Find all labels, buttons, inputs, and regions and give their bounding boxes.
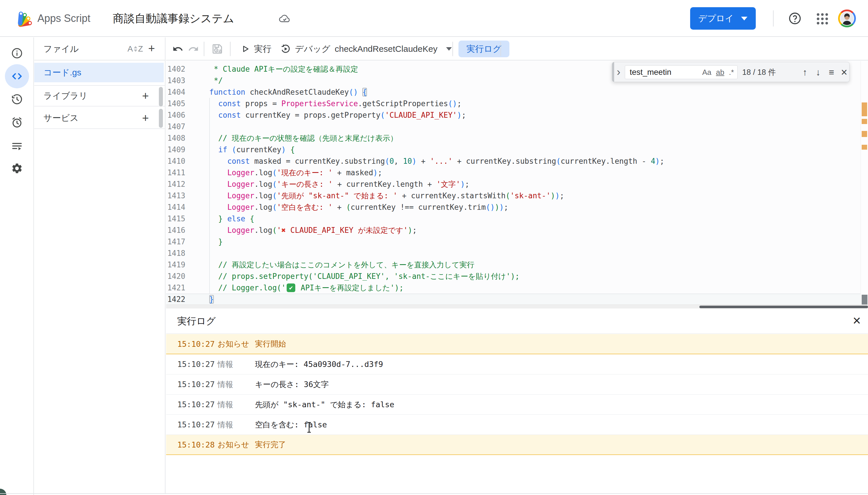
find-previous-icon[interactable]: ↑ xyxy=(799,62,811,82)
line-number[interactable]: 1401 xyxy=(166,61,195,63)
code-line-1410[interactable]: 1410 const masked = currentKey.substring… xyxy=(166,155,861,167)
line-number[interactable]: 1421 xyxy=(166,282,195,293)
line-number[interactable]: 1411 xyxy=(166,167,195,178)
find-query-text[interactable]: test_meetin xyxy=(630,68,702,77)
line-number[interactable]: 1418 xyxy=(166,248,195,259)
vertical-scrollbar-thumb[interactable] xyxy=(862,295,867,306)
line-number[interactable]: 1417 xyxy=(166,236,195,248)
project-title[interactable]: 商談自動議事録システム xyxy=(113,0,234,37)
code-line-1420[interactable]: 1420 // props.setProperty('CLAUDE_API_KE… xyxy=(166,271,861,282)
redo-button[interactable] xyxy=(188,37,199,61)
line-number[interactable]: 1420 xyxy=(166,271,195,282)
code-line-1406[interactable]: 1406 const currentKey = props.getPropert… xyxy=(166,109,861,121)
deploy-button[interactable]: デプロイ xyxy=(690,7,756,30)
line-number[interactable]: 1404 xyxy=(166,86,195,98)
regex-icon[interactable]: .* xyxy=(729,68,734,77)
run-button-label: 実行 xyxy=(254,43,271,55)
execution-log-button[interactable]: 実行ログ xyxy=(458,40,509,57)
sort-files-icon[interactable]: AZ xyxy=(127,43,148,55)
rail-triggers-icon[interactable] xyxy=(8,114,25,131)
product-name[interactable]: Apps Script xyxy=(37,0,90,37)
deploy-dropdown-caret-icon[interactable] xyxy=(741,17,747,20)
rail-executions-icon[interactable] xyxy=(8,138,25,155)
line-number[interactable]: 1415 xyxy=(166,213,195,224)
google-apps-grid-icon[interactable] xyxy=(816,12,828,25)
file-item-label: コード.gs xyxy=(44,67,81,79)
line-number[interactable]: 1414 xyxy=(166,202,195,213)
code-line-1407[interactable]: 1407 xyxy=(166,121,861,132)
match-case-icon[interactable]: Aa xyxy=(702,68,712,77)
code-line-1416[interactable]: 1416 Logger.log('✖ CLAUDE_API_KEY が未設定です… xyxy=(166,224,861,236)
log-row: 15:10:27お知らせ実行開始 xyxy=(166,334,868,354)
toggle-replace-icon[interactable]: › xyxy=(617,62,620,82)
line-number[interactable]: 1413 xyxy=(166,190,195,202)
code-line-1414[interactable]: 1414 Logger.log('空白を含む: ' + (currentKey … xyxy=(166,202,861,213)
file-item-code-gs[interactable]: コード.gs xyxy=(34,63,164,82)
line-number[interactable]: 1410 xyxy=(166,155,195,167)
rail-project-history-icon[interactable] xyxy=(8,91,25,108)
line-number[interactable]: 1407 xyxy=(166,121,195,132)
rail-overview-icon[interactable] xyxy=(8,45,25,62)
add-library-icon[interactable]: + xyxy=(142,90,149,102)
log-time: 15:10:27 xyxy=(177,420,215,429)
code-line-1418[interactable]: 1418 xyxy=(166,248,861,259)
apps-script-logo-icon[interactable] xyxy=(15,9,33,28)
undo-button[interactable] xyxy=(172,37,183,61)
horizontal-scrollbar[interactable] xyxy=(166,305,868,308)
code-line-1405[interactable]: 1405 const props = PropertiesService.get… xyxy=(166,98,861,109)
log-time: 15:10:27 xyxy=(177,380,215,389)
log-row: 15:10:27情報空白を含む: false xyxy=(166,415,868,435)
line-number[interactable]: 1405 xyxy=(166,98,195,109)
log-label: 情報 xyxy=(218,379,233,390)
whole-word-icon[interactable]: ab xyxy=(716,68,725,77)
line-number[interactable]: 1422 xyxy=(166,293,195,305)
help-icon[interactable] xyxy=(788,12,802,25)
account-avatar[interactable] xyxy=(838,10,856,27)
toolbar-divider xyxy=(453,42,453,56)
code-editor-region: 実行 デバッグ checkAndResetClaudeKey 実行ログ xyxy=(166,37,868,308)
code-viewport[interactable]: 1401/**1402 * Claude APIキーの設定を確認＆再設定1403… xyxy=(166,61,861,305)
log-msg: 現在のキー: 45a0930d-7...d3f9 xyxy=(255,359,383,370)
code-line-1415[interactable]: 1415 } else { xyxy=(166,213,861,224)
panel-scrollbar-thumb[interactable] xyxy=(159,109,163,128)
line-number[interactable]: 1408 xyxy=(166,132,195,144)
add-file-icon[interactable]: + xyxy=(148,42,155,54)
line-number[interactable]: 1416 xyxy=(166,224,195,236)
overview-ruler[interactable] xyxy=(861,61,868,305)
code-line-1413[interactable]: 1413 Logger.log('先頭が "sk-ant-" で始まる: ' +… xyxy=(166,190,861,202)
code-line-1417[interactable]: 1417 } xyxy=(166,236,861,248)
line-number[interactable]: 1409 xyxy=(166,144,195,155)
find-next-icon[interactable]: ↓ xyxy=(813,62,824,82)
panel-scrollbar-thumb[interactable] xyxy=(159,87,163,106)
code-line-1408[interactable]: 1408 // 現在のキーの状態を確認（先頭と末尾だけ表示） xyxy=(166,132,861,144)
line-number[interactable]: 1402 xyxy=(166,63,195,75)
text-cursor-pointer xyxy=(306,422,312,433)
files-panel-title: ファイル xyxy=(44,37,79,61)
line-number[interactable]: 1412 xyxy=(166,178,195,190)
line-number[interactable]: 1403 xyxy=(166,75,195,86)
code-line-1412[interactable]: 1412 Logger.log('キーの長さ: ' + currentKey.l… xyxy=(166,178,861,190)
run-button[interactable]: 実行 xyxy=(240,37,271,61)
code-line-1411[interactable]: 1411 Logger.log('現在のキー: ' + masked); xyxy=(166,167,861,178)
debug-button[interactable]: デバッグ xyxy=(280,37,330,61)
line-number[interactable]: 1419 xyxy=(166,259,195,271)
line-number[interactable]: 1406 xyxy=(166,109,195,121)
log-time: 15:10:27 xyxy=(177,340,215,348)
code-line-1409[interactable]: 1409 if (currentKey) { xyxy=(166,144,861,155)
code-line-1422[interactable]: 1422} xyxy=(166,293,861,305)
libraries-label: ライブラリ xyxy=(44,90,88,102)
find-close-icon[interactable]: × xyxy=(838,62,850,82)
function-selector[interactable]: checkAndResetClaudeKey xyxy=(335,37,452,61)
horizontal-scrollbar-thumb[interactable] xyxy=(699,306,868,308)
find-input[interactable]: test_meetin Aa ab .* xyxy=(625,65,738,79)
rail-settings-icon[interactable] xyxy=(8,160,25,177)
save-button[interactable] xyxy=(211,37,224,61)
add-service-icon[interactable]: + xyxy=(142,112,149,124)
execution-log-close-icon[interactable]: × xyxy=(849,313,864,328)
rail-editor-icon[interactable] xyxy=(5,64,29,88)
find-in-selection-icon[interactable]: ≡ xyxy=(826,62,837,82)
code-line-1419[interactable]: 1419 // 再設定したい場合はここのコメントを外して、キーを直接入力して実行 xyxy=(166,259,861,271)
find-widget-resize-handle[interactable] xyxy=(612,62,614,82)
code-line-1404[interactable]: 1404function checkAndResetClaudeKey() { xyxy=(166,86,861,98)
code-line-1421[interactable]: 1421 // Logger.log('✔ APIキーを再設定しました'); xyxy=(166,282,861,293)
